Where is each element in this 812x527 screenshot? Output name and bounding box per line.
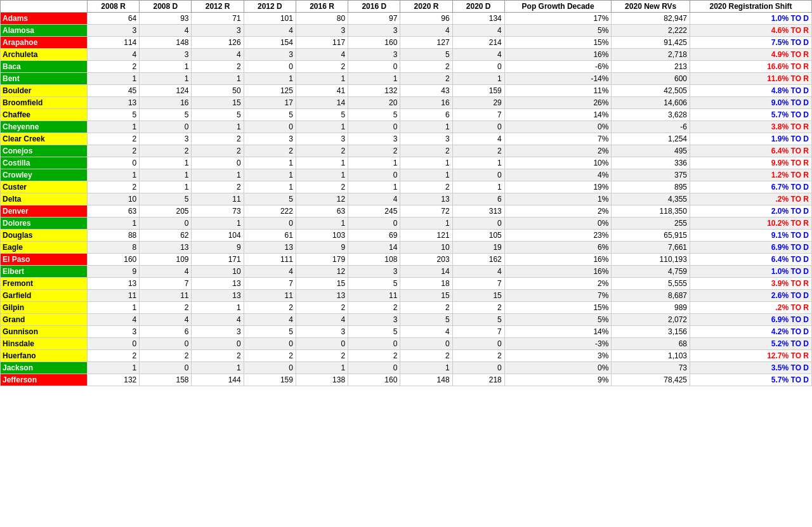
data-cell-d2016: 108 <box>348 254 400 266</box>
data-cell-r2012: 2 <box>192 145 244 157</box>
data-cell-d2020: 7 <box>452 278 504 290</box>
data-cell-d2012: 4 <box>244 25 296 37</box>
data-cell-d2008: 3 <box>140 133 192 145</box>
pop-growth-cell: 7% <box>504 133 612 145</box>
reg-shift-cell: 3.9% TO R <box>690 278 811 290</box>
data-cell-d2008: 4 <box>140 266 192 278</box>
county-name-cell: Gunnison <box>1 326 88 338</box>
data-cell-r2012: 2 <box>192 350 244 362</box>
new-rvs-cell: 213 <box>612 61 690 73</box>
table-row: Eagle81391391410196%7,6616.9% TO D <box>1 242 812 254</box>
pop-growth-cell: 0% <box>504 218 612 230</box>
data-cell-d2020: 0 <box>452 169 504 181</box>
data-cell-r2016: 80 <box>296 13 348 25</box>
pop-growth-cell: 3% <box>504 350 612 362</box>
data-cell-r2020: 2 <box>400 181 452 193</box>
data-cell-r2016: 4 <box>296 49 348 61</box>
data-cell-r2012: 5 <box>192 109 244 121</box>
pop-growth-cell: -14% <box>504 73 612 85</box>
data-cell-d2008: 148 <box>140 37 192 49</box>
data-cell-d2008: 5 <box>140 193 192 205</box>
pop-growth-cell: 5% <box>504 314 612 326</box>
data-cell-d2012: 13 <box>244 242 296 254</box>
county-name-cell: Broomfield <box>1 97 88 109</box>
main-table: 2008 R2008 D2012 R2012 D2016 R2016 D2020… <box>0 0 812 386</box>
data-cell-d2012: 1 <box>244 73 296 85</box>
new-rvs-cell: 375 <box>612 169 690 181</box>
table-row: Fremont1371371551872%5,5553.9% TO R <box>1 278 812 290</box>
data-cell-r2008: 4 <box>88 314 140 326</box>
reg-shift-cell: 16.6% TO R <box>690 61 811 73</box>
data-cell-r2008: 2 <box>88 181 140 193</box>
data-cell-d2008: 109 <box>140 254 192 266</box>
data-cell-r2020: 13 <box>400 193 452 205</box>
new-rvs-cell: 3,156 <box>612 326 690 338</box>
data-cell-r2016: 3 <box>296 133 348 145</box>
new-rvs-cell: 78,425 <box>612 374 690 386</box>
data-cell-r2020: 96 <box>400 13 452 25</box>
pop-growth-cell: 14% <box>504 109 612 121</box>
data-cell-r2016: 2 <box>296 145 348 157</box>
data-cell-d2008: 5 <box>140 109 192 121</box>
reg-shift-cell: 10.2% TO R <box>690 218 811 230</box>
data-cell-d2020: 1 <box>452 157 504 169</box>
data-cell-r2012: 0 <box>192 157 244 169</box>
data-cell-r2020: 18 <box>400 278 452 290</box>
new-rvs-cell: 82,947 <box>612 13 690 25</box>
table-row: Delta1051151241361%4,355.2% TO R <box>1 193 812 205</box>
table-row: Dolores101010100%25510.2% TO R <box>1 218 812 230</box>
data-cell-d2020: 162 <box>452 254 504 266</box>
data-cell-r2012: 1 <box>192 169 244 181</box>
data-cell-d2016: 3 <box>348 133 400 145</box>
data-cell-d2012: 7 <box>244 278 296 290</box>
new-rvs-cell: 2,072 <box>612 314 690 326</box>
data-cell-r2008: 5 <box>88 109 140 121</box>
data-cell-d2016: 245 <box>348 205 400 218</box>
reg-shift-cell: 7.5% TO D <box>690 37 811 49</box>
data-cell-d2016: 0 <box>348 338 400 350</box>
table-row: Hinsdale00000000-3%685.2% TO D <box>1 338 812 350</box>
data-cell-d2008: 3 <box>140 49 192 61</box>
county-name-cell: Cheyenne <box>1 121 88 133</box>
data-cell-d2008: 1 <box>140 181 192 193</box>
data-cell-d2016: 3 <box>348 25 400 37</box>
reg-shift-cell: 3.8% TO R <box>690 121 811 133</box>
data-cell-r2008: 132 <box>88 374 140 386</box>
pop-growth-cell: 9% <box>504 374 612 386</box>
table-row: Grand444443555%2,0726.9% TO D <box>1 314 812 326</box>
data-cell-d2020: 214 <box>452 37 504 49</box>
data-cell-r2012: 171 <box>192 254 244 266</box>
data-cell-d2020: 105 <box>452 230 504 242</box>
county-name-cell: Huerfano <box>1 350 88 362</box>
column-header- <box>1 1 88 13</box>
header-row: 2008 R2008 D2012 R2012 D2016 R2016 D2020… <box>1 1 812 13</box>
data-cell-d2008: 1 <box>140 73 192 85</box>
data-cell-d2020: 5 <box>452 314 504 326</box>
data-cell-r2012: 10 <box>192 266 244 278</box>
table-row: Conejos222222222%4956.4% TO R <box>1 145 812 157</box>
data-cell-d2012: 2 <box>244 350 296 362</box>
data-cell-d2012: 17 <box>244 97 296 109</box>
data-cell-r2008: 4 <box>88 49 140 61</box>
data-cell-d2020: 2 <box>452 350 504 362</box>
reg-shift-cell: 6.4% TO R <box>690 145 811 157</box>
data-cell-r2020: 1 <box>400 121 452 133</box>
table-row: Archuleta4343435416%2,7184.9% TO R <box>1 49 812 61</box>
data-cell-d2016: 160 <box>348 37 400 49</box>
data-cell-d2020: 218 <box>452 374 504 386</box>
county-name-cell: Douglas <box>1 230 88 242</box>
data-cell-r2016: 117 <box>296 37 348 49</box>
data-cell-r2020: 2 <box>400 61 452 73</box>
data-cell-r2020: 1 <box>400 218 452 230</box>
reg-shift-cell: 9.0% TO D <box>690 97 811 109</box>
data-cell-d2012: 159 <box>244 374 296 386</box>
data-cell-r2008: 9 <box>88 266 140 278</box>
data-cell-r2008: 1 <box>88 362 140 374</box>
new-rvs-cell: 2,222 <box>612 25 690 37</box>
data-cell-r2012: 1 <box>192 218 244 230</box>
data-cell-d2008: 4 <box>140 25 192 37</box>
data-cell-r2008: 1 <box>88 218 140 230</box>
data-cell-r2008: 2 <box>88 61 140 73</box>
data-cell-r2008: 2 <box>88 145 140 157</box>
data-cell-r2008: 2 <box>88 350 140 362</box>
